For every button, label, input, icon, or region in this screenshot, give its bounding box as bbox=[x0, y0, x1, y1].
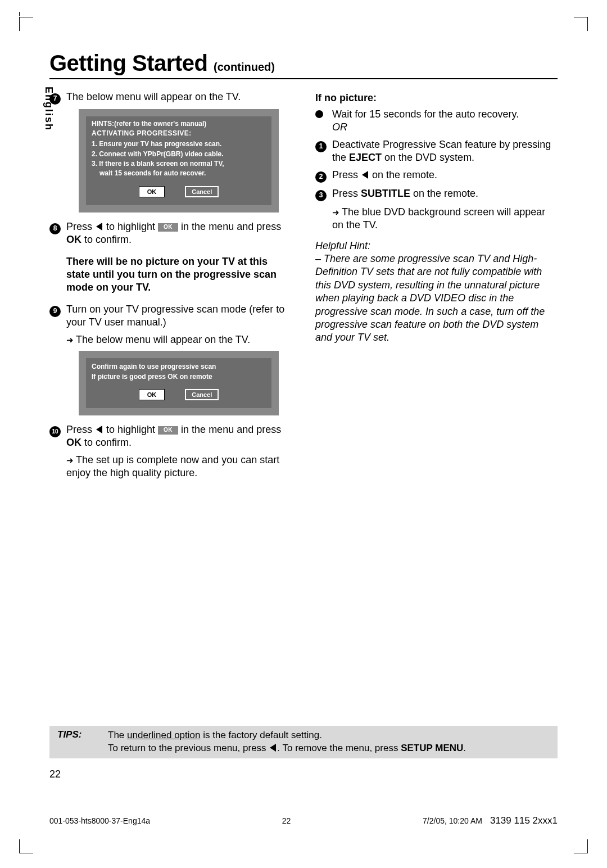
r3c: The blue DVD background screen will appe… bbox=[332, 206, 545, 230]
tv2-line1: Confirm again to use progressive scan bbox=[92, 363, 266, 371]
r2b: on the remote. bbox=[369, 169, 437, 180]
left-column: 7 The below menu will appear on the TV. … bbox=[49, 91, 292, 484]
right-step-2: 2 Press on the remote. bbox=[315, 169, 558, 183]
s8-ok: OK bbox=[66, 234, 81, 245]
page-number: 22 bbox=[49, 768, 61, 780]
no-picture-warning: There will be no picture on your TV at t… bbox=[66, 255, 292, 294]
step-number-1: 1 bbox=[315, 141, 327, 152]
r3a: Press bbox=[332, 188, 361, 199]
r2a: Press bbox=[332, 169, 361, 180]
step-number-8: 8 bbox=[49, 223, 61, 234]
left-arrow-icon bbox=[96, 426, 102, 433]
tips2b: . To remove the menu, press bbox=[277, 743, 401, 753]
helpful-hint-heading: Helpful Hint: bbox=[315, 239, 558, 252]
step-8-text: Press to highlight OK in the menu and pr… bbox=[66, 220, 292, 246]
s8a: Press bbox=[66, 221, 95, 232]
step-10: 10 Press to highlight OK in the menu and… bbox=[49, 423, 292, 449]
footer: 001-053-hts8000-37-Eng14a 22 7/2/05, 10:… bbox=[49, 815, 558, 826]
crop-mark-tr bbox=[574, 17, 588, 31]
tips-label: TIPS: bbox=[57, 729, 91, 755]
step-number-9: 9 bbox=[49, 306, 61, 317]
tv1-cancel-button: Cancel bbox=[185, 186, 219, 197]
or-text: OR bbox=[332, 121, 347, 133]
inline-ok-badge: OK bbox=[158, 426, 178, 435]
page-title: Getting Started (continued) bbox=[49, 51, 558, 76]
tv1-hints: HINTS:(refer to the owner's manual) bbox=[92, 120, 266, 128]
r3b: on the remote. bbox=[410, 188, 478, 199]
tv-menu-2: Confirm again to use progressive scan If… bbox=[79, 351, 279, 415]
title-main: Getting Started bbox=[49, 51, 207, 75]
tv1-line4: wait 15 seconds for auto recover. bbox=[92, 169, 266, 178]
crop-mark-br bbox=[574, 839, 588, 853]
title-continued: (continued) bbox=[214, 61, 275, 73]
tips1b: is the factory default setting. bbox=[200, 730, 321, 740]
if-no-picture-heading: If no picture: bbox=[315, 92, 558, 105]
tv2-ok-button: OK bbox=[139, 389, 165, 400]
tv1-ok-button: OK bbox=[139, 186, 165, 197]
subtitle-label: SUBTITLE bbox=[361, 188, 410, 199]
footer-date: 7/2/05, 10:20 AM bbox=[423, 816, 482, 825]
right-step-2-text: Press on the remote. bbox=[332, 169, 558, 182]
tv2-cancel-button: Cancel bbox=[185, 389, 219, 400]
s9b: The below menu will appear on the TV. bbox=[76, 334, 250, 345]
step-9: 9 Turn on your TV progressive scan mode … bbox=[49, 303, 292, 329]
arrow-icon bbox=[66, 454, 76, 465]
step-number-2: 2 bbox=[315, 171, 327, 183]
s8d: to confirm. bbox=[81, 234, 132, 245]
tv2-line2: If picture is good press OK on remote bbox=[92, 373, 266, 381]
language-tab: English bbox=[43, 87, 55, 131]
s10c: in the menu and press bbox=[178, 424, 281, 435]
tv1-activating: ACTIVATING PROGRESSIVE: bbox=[92, 129, 266, 138]
tv1-line1: 1. Ensure your TV has progressive scan. bbox=[92, 140, 266, 148]
right-step-3-text: Press SUBTITLE on the remote. bbox=[332, 187, 558, 200]
crop-mark-bl bbox=[19, 839, 33, 853]
left-arrow-icon bbox=[362, 171, 368, 179]
right-step-1-text: Deactivate Progressive Scan feature by p… bbox=[332, 138, 558, 164]
s10a: Press bbox=[66, 424, 95, 435]
content-area: English Getting Started (continued) 7 Th… bbox=[49, 51, 558, 823]
step-number-10: 10 bbox=[49, 426, 61, 437]
title-rule bbox=[49, 78, 558, 79]
bullet-wait: Wait for 15 seconds for the auto recover… bbox=[315, 108, 558, 134]
setup-menu-label: SETUP MENU bbox=[401, 743, 463, 753]
bullet-wait-text: Wait for 15 seconds for the auto recover… bbox=[332, 108, 519, 120]
s8c: in the menu and press bbox=[178, 221, 281, 232]
step-number-3: 3 bbox=[315, 190, 327, 201]
tv1-line3: 3. If there is a blank screen on normal … bbox=[92, 160, 266, 168]
step-9-text: Turn on your TV progressive scan mode (r… bbox=[66, 303, 292, 329]
tips-body: The underlined option is the factory def… bbox=[108, 729, 550, 755]
arrow-icon bbox=[66, 334, 76, 345]
step-10-sub: The set up is complete now and you can s… bbox=[66, 454, 292, 480]
right-step-3-sub: The blue DVD background screen will appe… bbox=[332, 206, 558, 232]
footer-page: 22 bbox=[282, 816, 291, 825]
helpful-hint: Helpful Hint: – There are some progressi… bbox=[315, 239, 558, 345]
tips1a: The bbox=[108, 730, 127, 740]
s10-ok: OK bbox=[66, 437, 81, 448]
crop-mark-tl bbox=[19, 17, 33, 31]
tips-underlined: underlined option bbox=[127, 730, 200, 740]
left-arrow-icon bbox=[96, 223, 102, 230]
right-step-1: 1 Deactivate Progressive Scan feature by… bbox=[315, 138, 558, 164]
s8b: to highlight bbox=[103, 221, 158, 232]
tv-menu-1: HINTS:(refer to the owner's manual) ACTI… bbox=[79, 109, 279, 213]
footer-file: 001-053-hts8000-37-Eng14a bbox=[49, 816, 150, 825]
step-8: 8 Press to highlight OK in the menu and … bbox=[49, 220, 292, 246]
inline-ok-badge: OK bbox=[158, 223, 178, 232]
page: English Getting Started (continued) 7 Th… bbox=[0, 0, 607, 868]
tips-bar: TIPS: The underlined option is the facto… bbox=[49, 726, 558, 758]
footer-partno: 3139 115 2xxx1 bbox=[490, 815, 558, 826]
s10d: to confirm. bbox=[81, 437, 132, 448]
right-step-3: 3 Press SUBTITLE on the remote. bbox=[315, 187, 558, 201]
tips2c: . bbox=[463, 743, 466, 753]
bullet-icon bbox=[315, 110, 323, 118]
r1b: on the DVD system. bbox=[382, 152, 474, 163]
eject-label: EJECT bbox=[349, 152, 382, 163]
tv1-line2: 2. Connect with YPbPr(GBR) video cable. bbox=[92, 150, 266, 159]
step-7: 7 The below menu will appear on the TV. bbox=[49, 91, 292, 105]
left-arrow-icon bbox=[270, 744, 276, 752]
step-9-sub: The below menu will appear on the TV. bbox=[66, 333, 292, 346]
right-column: If no picture: Wait for 15 seconds for t… bbox=[315, 91, 558, 484]
helpful-hint-body: – There are some progressive scan TV and… bbox=[315, 252, 558, 345]
step-7-text: The below menu will appear on the TV. bbox=[66, 91, 292, 103]
arrow-icon bbox=[332, 206, 342, 218]
